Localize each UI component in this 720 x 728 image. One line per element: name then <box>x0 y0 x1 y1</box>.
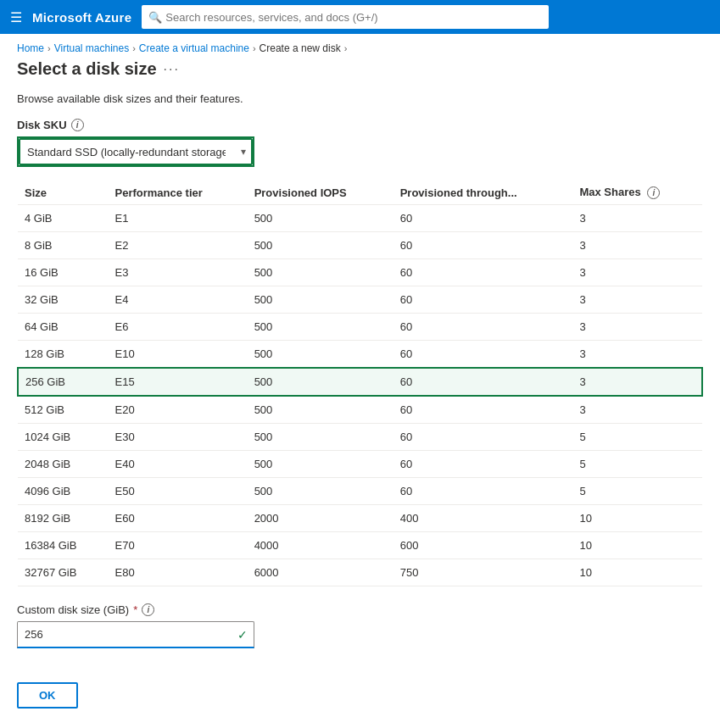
cell-throughput: 60 <box>393 232 573 259</box>
breadcrumb-create-disk: Create a new disk <box>260 42 341 54</box>
custom-size-section: Custom disk size (GiB) * i ✓ <box>17 603 703 648</box>
cell-maxshares: 3 <box>572 232 702 259</box>
custom-size-input[interactable] <box>17 621 254 648</box>
page-title: Select a disk size <box>17 59 157 79</box>
cell-tier: E60 <box>109 505 248 532</box>
table-row[interactable]: 32767 GiB E80 6000 750 10 <box>18 559 702 586</box>
breadcrumb-sep-2: › <box>132 43 136 53</box>
table-row[interactable]: 2048 GiB E40 500 60 5 <box>18 451 702 478</box>
cell-throughput: 60 <box>393 314 573 341</box>
table-row[interactable]: 4096 GiB E50 500 60 5 <box>18 478 702 505</box>
topbar: ☰ Microsoft Azure 🔍 <box>0 0 720 34</box>
cell-size: 512 GiB <box>18 396 109 424</box>
cell-maxshares: 10 <box>572 532 702 559</box>
custom-size-label: Custom disk size (GiB) * i <box>17 603 703 616</box>
cell-iops: 4000 <box>248 532 393 559</box>
cell-size: 64 GiB <box>18 314 109 341</box>
cell-maxshares: 5 <box>572 451 702 478</box>
breadcrumb-sep-3: › <box>253 43 256 53</box>
cell-maxshares: 5 <box>572 424 702 451</box>
search-wrap: 🔍 <box>142 5 549 29</box>
cell-size: 2048 GiB <box>18 451 109 478</box>
cell-throughput: 60 <box>393 396 573 424</box>
table-row[interactable]: 512 GiB E20 500 60 3 <box>18 396 702 424</box>
cell-throughput: 400 <box>393 505 573 532</box>
cell-maxshares: 5 <box>572 478 702 505</box>
cell-tier: E3 <box>109 259 248 286</box>
table-row[interactable]: 64 GiB E6 500 60 3 <box>18 314 702 341</box>
cell-tier: E70 <box>109 532 248 559</box>
cell-throughput: 60 <box>393 286 573 314</box>
table-header-row: Size Performance tier Provisioned IOPS P… <box>18 181 702 205</box>
cell-iops: 500 <box>248 424 393 451</box>
custom-size-info-icon[interactable]: i <box>142 603 154 616</box>
cell-maxshares: 3 <box>572 259 702 286</box>
cell-iops: 500 <box>248 205 393 232</box>
table-row[interactable]: 32 GiB E4 500 60 3 <box>18 286 702 314</box>
cell-tier: E2 <box>109 232 248 259</box>
cell-size: 4 GiB <box>18 205 109 232</box>
hamburger-icon[interactable]: ☰ <box>10 9 22 25</box>
ok-button[interactable]: OK <box>17 682 78 709</box>
search-input[interactable] <box>142 5 549 29</box>
cell-size: 8 GiB <box>18 232 109 259</box>
cell-iops: 6000 <box>248 559 393 586</box>
breadcrumb-home[interactable]: Home <box>17 42 44 54</box>
cell-maxshares: 3 <box>572 368 702 396</box>
table-row[interactable]: 256 GiB E15 500 60 3 <box>18 368 702 396</box>
cell-size: 32767 GiB <box>18 559 109 586</box>
max-shares-info-icon[interactable]: i <box>647 186 660 199</box>
cell-maxshares: 10 <box>572 559 702 586</box>
disk-size-table: Size Performance tier Provisioned IOPS P… <box>17 181 703 586</box>
cell-tier: E10 <box>109 341 248 369</box>
cell-iops: 500 <box>248 368 393 396</box>
col-header-iops: Provisioned IOPS <box>248 181 393 205</box>
cell-throughput: 60 <box>393 205 573 232</box>
cell-size: 256 GiB <box>18 368 109 396</box>
cell-iops: 500 <box>248 259 393 286</box>
cell-size: 32 GiB <box>18 286 109 314</box>
cell-throughput: 60 <box>393 424 573 451</box>
cell-size: 8192 GiB <box>18 505 109 532</box>
breadcrumb-virtual-machines[interactable]: Virtual machines <box>54 42 130 54</box>
cell-tier: E80 <box>109 559 248 586</box>
disk-sku-select[interactable]: Standard SSD (locally-redundant storage)… <box>19 138 253 165</box>
col-header-maxshares: Max Shares i <box>572 181 702 205</box>
cell-throughput: 60 <box>393 368 573 396</box>
page-description: Browse available disk sizes and their fe… <box>17 92 703 105</box>
page-options-icon[interactable]: ··· <box>164 62 180 77</box>
col-header-perf: Performance tier <box>109 181 248 205</box>
table-row[interactable]: 4 GiB E1 500 60 3 <box>18 205 702 232</box>
cell-throughput: 60 <box>393 341 573 369</box>
cell-maxshares: 3 <box>572 341 702 369</box>
required-star: * <box>133 603 137 616</box>
table-row[interactable]: 16384 GiB E70 4000 600 10 <box>18 532 702 559</box>
ok-button-wrap: OK <box>17 669 703 722</box>
breadcrumb-sep-4: › <box>344 43 348 53</box>
cell-size: 16 GiB <box>18 259 109 286</box>
table-row[interactable]: 8 GiB E2 500 60 3 <box>18 232 702 259</box>
cell-iops: 500 <box>248 396 393 424</box>
cell-iops: 500 <box>248 286 393 314</box>
cell-maxshares: 3 <box>572 205 702 232</box>
cell-tier: E40 <box>109 451 248 478</box>
cell-iops: 500 <box>248 451 393 478</box>
cell-tier: E30 <box>109 424 248 451</box>
cell-maxshares: 3 <box>572 314 702 341</box>
col-header-size: Size <box>18 181 109 205</box>
table-row[interactable]: 1024 GiB E30 500 60 5 <box>18 424 702 451</box>
table-row[interactable]: 16 GiB E3 500 60 3 <box>18 259 702 286</box>
table-row[interactable]: 8192 GiB E60 2000 400 10 <box>18 505 702 532</box>
disk-sku-select-wrap: Standard SSD (locally-redundant storage)… <box>17 136 254 167</box>
cell-size: 16384 GiB <box>18 532 109 559</box>
cell-tier: E15 <box>109 368 248 396</box>
cell-throughput: 750 <box>393 559 573 586</box>
breadcrumb-create-vm[interactable]: Create a virtual machine <box>139 42 249 54</box>
cell-maxshares: 3 <box>572 286 702 314</box>
table-row[interactable]: 128 GiB E10 500 60 3 <box>18 341 702 369</box>
breadcrumb-sep-1: › <box>47 43 51 53</box>
disk-sku-label: Disk SKU i <box>17 119 703 131</box>
disk-sku-info-icon[interactable]: i <box>71 119 84 131</box>
breadcrumb: Home › Virtual machines › Create a virtu… <box>0 34 720 59</box>
cell-maxshares: 3 <box>572 396 702 424</box>
